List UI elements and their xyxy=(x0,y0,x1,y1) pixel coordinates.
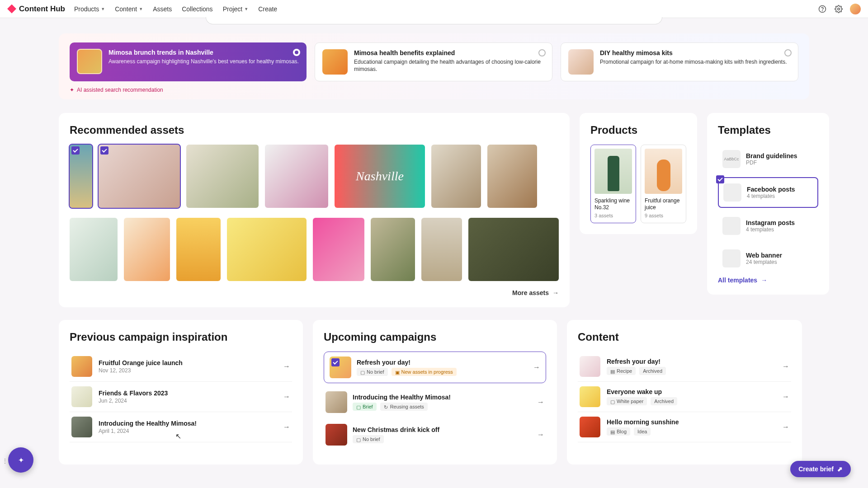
tag: ▤Recipe xyxy=(607,367,636,375)
doc-icon: ▢ xyxy=(356,437,361,441)
search-wrap xyxy=(0,17,868,24)
tag: ▤Blog xyxy=(607,427,630,436)
gear-icon[interactable] xyxy=(834,4,844,14)
reco-title: Mimosa health benefits explained xyxy=(354,49,545,56)
arrow-right-icon: → xyxy=(761,277,767,284)
template-item-3[interactable]: Web banner24 templates xyxy=(718,244,818,273)
avatar[interactable] xyxy=(850,4,861,14)
all-templates-link[interactable]: All templates → xyxy=(718,277,818,284)
image-icon: ▣ xyxy=(395,370,400,374)
arrow-right-icon: → xyxy=(782,362,789,371)
nav-assets[interactable]: Assets xyxy=(153,5,172,13)
nav-products[interactable]: Products▼ xyxy=(74,5,105,13)
templates-heading: Templates xyxy=(718,124,818,136)
campaign-item-2[interactable]: New Christmas drink kick off ▢No brief → xyxy=(324,421,546,448)
upcoming-heading: Upcoming campaigns xyxy=(324,331,546,343)
asset-thumb[interactable] xyxy=(227,218,307,281)
reco-card-0[interactable]: Mimosa brunch trends in Nashville Awaren… xyxy=(70,42,307,81)
products-card: Products Sparkling wine No.32 3 assets F… xyxy=(580,113,697,234)
radio-selected-icon[interactable] xyxy=(293,49,300,56)
product-card-0[interactable]: Sparkling wine No.32 3 assets xyxy=(590,145,636,223)
logo[interactable]: Content Hub xyxy=(7,5,65,14)
nav-collections[interactable]: Collections xyxy=(182,5,212,13)
previous-campaigns-card: Previous campaign inspiration Fruitful O… xyxy=(59,320,303,465)
campaign-thumb xyxy=(326,391,347,413)
search-bar[interactable] xyxy=(206,17,662,24)
recycle-icon: ↻ xyxy=(384,404,388,409)
product-image xyxy=(645,149,682,194)
reco-desc: Promotional campaign for at-home mimosa-… xyxy=(600,58,787,66)
template-item-0[interactable]: AaBbCc Brand guidelinesPDF xyxy=(718,145,818,174)
template-thumb xyxy=(723,183,741,202)
asset-thumb[interactable] xyxy=(176,218,221,281)
check-icon xyxy=(71,146,80,155)
template-item-1[interactable]: Facebook posts4 templates xyxy=(718,177,818,208)
arrow-right-icon: → xyxy=(552,289,559,296)
arrow-right-icon: → xyxy=(537,398,544,406)
radio-icon[interactable] xyxy=(538,49,546,56)
nav-create[interactable]: Create xyxy=(258,5,277,13)
asset-thumb[interactable] xyxy=(371,218,415,281)
asset-thumb[interactable] xyxy=(186,145,259,208)
list-item[interactable]: Everyone wake up ▢White paperArchived → xyxy=(578,382,791,412)
reco-desc: Educational campaign detailing the healt… xyxy=(354,58,545,73)
asset-thumb[interactable] xyxy=(99,145,180,208)
ai-line: ✦ AI assisted search recommendation xyxy=(70,87,798,93)
product-name: Sparkling wine No.32 xyxy=(594,197,632,211)
product-name: Fruitful orange juice xyxy=(645,197,682,211)
nav-items: Products▼ Content▼ Assets Collections Pr… xyxy=(74,5,277,13)
asset-thumb[interactable] xyxy=(265,145,328,208)
asset-thumb[interactable] xyxy=(70,145,92,208)
reco-card-2[interactable]: DIY healthy mimosa kits Promotional camp… xyxy=(561,42,798,81)
nav-project[interactable]: Project▼ xyxy=(223,5,249,13)
asset-thumb[interactable] xyxy=(124,218,170,281)
template-thumb: AaBbCc xyxy=(722,150,741,168)
reco-thumb xyxy=(568,49,594,75)
arrow-right-icon: → xyxy=(283,423,290,431)
asset-thumb[interactable] xyxy=(70,218,118,281)
doc-icon: ▢ xyxy=(356,404,361,409)
list-item[interactable]: Refresh your day! ▤RecipeArchived → xyxy=(578,352,791,382)
create-brief-button[interactable]: Create brief ⬈ xyxy=(790,461,851,477)
product-card-1[interactable]: Fruitful orange juice 9 assets xyxy=(641,145,686,223)
campaign-item-0[interactable]: Refresh your day! ▢No brief ▣New assets … xyxy=(324,352,546,383)
arrow-right-icon: → xyxy=(782,423,789,431)
list-item[interactable]: Hello morning sunshine ▤BlogIdea → xyxy=(578,412,791,442)
check-icon xyxy=(716,175,724,183)
arrow-right-icon: → xyxy=(283,393,290,401)
asset-thumb[interactable] xyxy=(313,218,364,281)
asset-thumb-nashville[interactable]: Nashville xyxy=(335,145,425,208)
product-count: 3 assets xyxy=(594,213,632,218)
asset-thumb[interactable] xyxy=(468,218,559,281)
campaign-item-1[interactable]: Introducing the Healthy Mimosa! ▢Brief ↻… xyxy=(324,389,546,416)
reco-desc: Awareness campaign highlighting Nashvill… xyxy=(108,58,299,65)
logo-icon xyxy=(7,5,16,14)
check-icon xyxy=(100,146,108,155)
radio-icon[interactable] xyxy=(784,49,792,56)
more-assets-link[interactable]: More assets → xyxy=(70,289,559,296)
campaign-thumb xyxy=(330,357,351,378)
campaign-thumb xyxy=(326,424,347,446)
svg-point-2 xyxy=(838,8,840,10)
chevron-down-icon: ▼ xyxy=(139,7,143,11)
template-item-2[interactable]: Instagram posts4 templates xyxy=(718,211,818,240)
tag: ↻Reusing assets xyxy=(380,403,428,411)
svg-point-1 xyxy=(822,10,823,11)
products-heading: Products xyxy=(590,124,686,136)
nav-content[interactable]: Content▼ xyxy=(115,5,143,13)
top-nav: Content Hub Products▼ Content▼ Assets Co… xyxy=(0,0,868,18)
asset-thumb[interactable] xyxy=(431,145,481,208)
list-item[interactable]: Introducing the Healthy Mimosa!April 1, … xyxy=(70,412,292,442)
list-item[interactable]: Friends & Flavors 2023Jun 2, 2024 → xyxy=(70,382,292,412)
tag: ▢Brief xyxy=(353,403,377,411)
template-thumb xyxy=(722,217,741,235)
arrow-right-icon: → xyxy=(537,431,544,439)
list-item[interactable]: Fruitful Orange juice launchNov 12, 2023… xyxy=(70,352,292,382)
asset-thumb[interactable] xyxy=(421,218,462,281)
help-icon[interactable] xyxy=(817,4,827,14)
asset-thumb[interactable] xyxy=(487,145,537,208)
doc-icon: ▢ xyxy=(610,399,615,404)
sparkle-icon: ✦ xyxy=(18,456,24,465)
assistant-button[interactable]: ✦ xyxy=(8,447,33,473)
reco-card-1[interactable]: Mimosa health benefits explained Educati… xyxy=(315,42,552,81)
